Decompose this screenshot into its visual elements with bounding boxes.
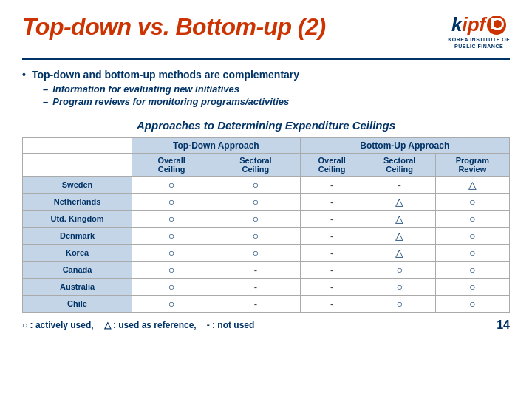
legend-triangle: △ : used as reference, xyxy=(104,320,197,330)
col-sectoral-ceiling-1: SectoralCeiling xyxy=(211,154,301,177)
page-number: 14 xyxy=(497,318,510,332)
data-cell: △ xyxy=(364,245,435,262)
data-cell: - xyxy=(300,296,364,313)
data-cell: - xyxy=(300,245,364,262)
data-cell: ○ xyxy=(435,296,509,313)
country-cell: Utd. Kingdom xyxy=(23,211,132,228)
data-cell: - xyxy=(300,262,364,279)
country-cell: Chile xyxy=(23,296,132,313)
header: Top-down vs. Bottom-up (2) k ipf KOREA I… xyxy=(22,13,510,50)
data-cell: ○ xyxy=(132,211,211,228)
col-overall-ceiling-1: OverallCeiling xyxy=(132,154,211,177)
data-cell: ○ xyxy=(435,228,509,245)
country-cell: Sweden xyxy=(23,177,132,194)
empty-header xyxy=(23,138,132,154)
col-overall-ceiling-2: OverallCeiling xyxy=(300,154,364,177)
col-sectoral-ceiling-2: SectoralCeiling xyxy=(364,154,435,177)
data-cell: ○ xyxy=(435,194,509,211)
table-title: Approaches to Determining Expenditure Ce… xyxy=(22,119,510,132)
data-cell: ○ xyxy=(211,228,301,245)
top-down-header: Top-Down Approach xyxy=(132,138,301,154)
data-cell: ○ xyxy=(132,194,211,211)
data-cell: ○ xyxy=(211,245,301,262)
data-cell: - xyxy=(300,228,364,245)
bottom-up-header: Bottom-Up Approach xyxy=(300,138,509,154)
data-cell: - xyxy=(300,279,364,296)
data-cell: ○ xyxy=(132,228,211,245)
bullet-sub-2: Program reviews for monitoring programs/… xyxy=(43,96,510,107)
data-cell: - xyxy=(300,194,364,211)
table-row: Denmark○○-△○ xyxy=(23,228,510,245)
data-cell: ○ xyxy=(132,245,211,262)
data-cell: ○ xyxy=(211,194,301,211)
header-divider xyxy=(22,58,510,60)
data-cell: ○ xyxy=(132,177,211,194)
data-cell: ○ xyxy=(211,177,301,194)
data-cell: ○ xyxy=(364,262,435,279)
country-cell: Korea xyxy=(23,245,132,262)
data-cell: ○ xyxy=(132,262,211,279)
footer: ○ : actively used, △ : used as reference… xyxy=(22,318,510,332)
data-cell: - xyxy=(211,279,301,296)
data-cell: △ xyxy=(435,177,509,194)
data-cell: - xyxy=(364,177,435,194)
data-cell: - xyxy=(211,262,301,279)
data-cell: ○ xyxy=(364,279,435,296)
country-cell: Canada xyxy=(23,262,132,279)
bullet-main-1: Top-down and bottom-up methods are compl… xyxy=(22,69,510,81)
data-cell: - xyxy=(300,177,364,194)
bullet-sub-1: Information for evaluating new initiativ… xyxy=(43,83,510,95)
data-cell: ○ xyxy=(435,262,509,279)
data-cell: ○ xyxy=(211,211,301,228)
logo-subtitle-line1: KOREA INSTITUTE OF PUBLIC FINANCE xyxy=(448,36,510,50)
col-program-review: ProgramReview xyxy=(435,154,509,177)
logo-circle xyxy=(487,16,506,35)
data-cell: ○ xyxy=(435,211,509,228)
data-cell: ○ xyxy=(132,279,211,296)
table-row: Chile○--○○ xyxy=(23,296,510,313)
data-cell: △ xyxy=(364,194,435,211)
country-cell: Denmark xyxy=(23,228,132,245)
country-cell: Australia xyxy=(23,279,132,296)
country-cell: Netherlands xyxy=(23,194,132,211)
logo: k ipf KOREA INSTITUTE OF PUBLIC FINANCE xyxy=(448,13,510,50)
table-row: Canada○--○○ xyxy=(23,262,510,279)
data-cell: - xyxy=(211,296,301,313)
table-row: Utd. Kingdom○○-△○ xyxy=(23,211,510,228)
empty-subheader xyxy=(23,154,132,177)
logo-k: k xyxy=(451,13,462,36)
footer-legend: ○ : actively used, △ : used as reference… xyxy=(22,320,254,330)
table-body: Sweden○○--△Netherlands○○-△○Utd. Kingdom○… xyxy=(23,177,510,313)
data-cell: ○ xyxy=(435,279,509,296)
table-group-header-row: Top-Down Approach Bottom-Up Approach xyxy=(23,138,510,154)
logo-ipf: ipf xyxy=(462,13,485,36)
data-cell: ○ xyxy=(435,245,509,262)
legend-circle: ○ : actively used, xyxy=(22,320,94,330)
table-row: Sweden○○--△ xyxy=(23,177,510,194)
bullet-section: Top-down and bottom-up methods are compl… xyxy=(22,69,510,107)
table-row: Australia○--○○ xyxy=(23,279,510,296)
data-cell: △ xyxy=(364,211,435,228)
data-cell: - xyxy=(300,211,364,228)
data-cell: ○ xyxy=(364,296,435,313)
table-row: Netherlands○○-△○ xyxy=(23,194,510,211)
expenditure-table: Top-Down Approach Bottom-Up Approach Ove… xyxy=(22,137,510,313)
table-col-header-row: OverallCeiling SectoralCeiling OverallCe… xyxy=(23,154,510,177)
slide-title: Top-down vs. Bottom-up (2) xyxy=(22,13,326,41)
table-row: Korea○○-△○ xyxy=(23,245,510,262)
slide: Top-down vs. Bottom-up (2) k ipf KOREA I… xyxy=(0,0,532,399)
data-cell: △ xyxy=(364,228,435,245)
logo-brand: k ipf xyxy=(451,13,506,36)
legend-dash: - : not used xyxy=(207,320,255,330)
data-cell: ○ xyxy=(132,296,211,313)
